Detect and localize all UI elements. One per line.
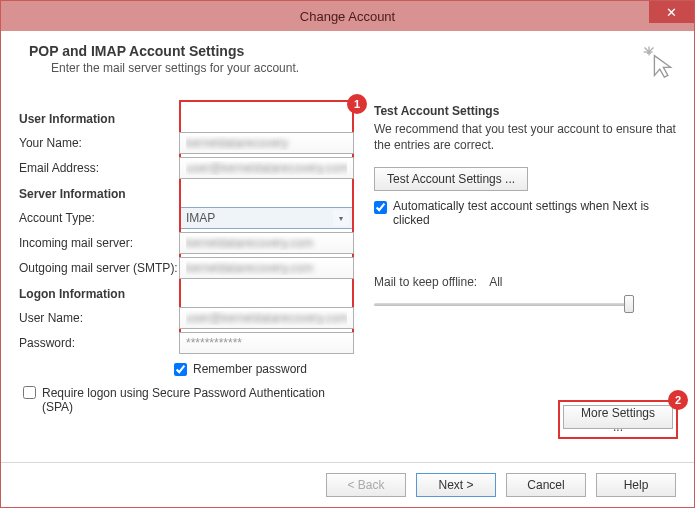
label-incoming: Incoming mail server: [19, 236, 179, 250]
next-button[interactable]: Next > [416, 473, 496, 497]
help-button[interactable]: Help [596, 473, 676, 497]
spa-checkbox[interactable] [23, 386, 36, 399]
more-settings-button[interactable]: More Settings ... [563, 405, 673, 429]
mail-keep-value: All [489, 275, 502, 289]
user-name-input[interactable] [179, 307, 354, 329]
label-your-name: Your Name: [19, 136, 179, 150]
cancel-button[interactable]: Cancel [506, 473, 586, 497]
cursor-sparkle-icon [640, 43, 676, 82]
titlebar: Change Account ✕ [1, 1, 694, 31]
label-mail-keep: Mail to keep offline: [374, 275, 477, 289]
test-account-button[interactable]: Test Account Settings ... [374, 167, 528, 191]
label-outgoing: Outgoing mail server (SMTP): [19, 261, 179, 275]
label-email: Email Address: [19, 161, 179, 175]
test-account-desc: We recommend that you test your account … [374, 122, 676, 153]
label-auto-test: Automatically test account settings when… [393, 199, 676, 227]
label-spa: Require logon using Secure Password Auth… [42, 386, 342, 414]
close-button[interactable]: ✕ [649, 1, 694, 23]
slider-thumb[interactable] [624, 295, 634, 313]
label-user-name: User Name: [19, 311, 179, 325]
label-account-type: Account Type: [19, 211, 179, 225]
window-title: Change Account [300, 9, 395, 24]
close-icon: ✕ [666, 5, 677, 20]
left-column: 1 User Information Your Name: Email Addr… [19, 104, 354, 414]
label-remember: Remember password [193, 362, 307, 376]
callout-badge-2: 2 [668, 390, 688, 410]
highlight-box-more-settings: 2 More Settings ... [558, 400, 678, 439]
incoming-server-input[interactable] [179, 232, 354, 254]
remember-password-checkbox[interactable] [174, 363, 187, 376]
dialog-header: POP and IMAP Account Settings Enter the … [19, 43, 676, 90]
your-name-input[interactable] [179, 132, 354, 154]
change-account-window: Change Account ✕ POP and IMAP Account Se… [0, 0, 695, 508]
section-user-info: User Information [19, 112, 354, 126]
slider-track [374, 303, 634, 306]
back-button[interactable]: < Back [326, 473, 406, 497]
test-account-heading: Test Account Settings [374, 104, 676, 118]
mail-keep-slider[interactable] [374, 295, 634, 313]
auto-test-checkbox[interactable] [374, 201, 387, 214]
section-logon-info: Logon Information [19, 287, 354, 301]
header-title: POP and IMAP Account Settings [29, 43, 244, 59]
chevron-down-icon: ▾ [333, 210, 349, 226]
dialog-footer: < Back Next > Cancel Help [1, 462, 694, 507]
label-password: Password: [19, 336, 179, 350]
right-column: Test Account Settings We recommend that … [374, 104, 676, 414]
password-input[interactable] [179, 332, 354, 354]
outgoing-server-input[interactable] [179, 257, 354, 279]
section-server-info: Server Information [19, 187, 354, 201]
email-input[interactable] [179, 157, 354, 179]
account-type-select[interactable]: IMAP ▾ [179, 207, 354, 229]
account-type-value: IMAP [186, 211, 215, 225]
header-subtitle: Enter the mail server settings for your … [29, 61, 299, 75]
callout-badge-1: 1 [347, 94, 367, 114]
